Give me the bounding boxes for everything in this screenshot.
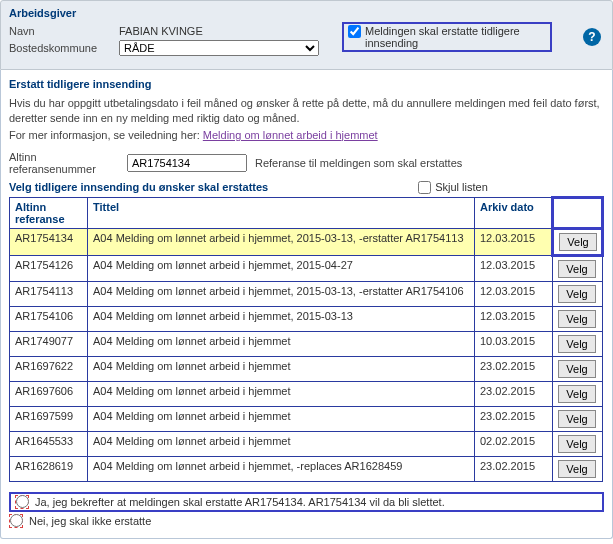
refnr-label: Altinn referansenummer [9, 151, 119, 175]
cell-date: 12.03.2015 [475, 281, 553, 306]
table-row: AR1697606A04 Melding om lønnet arbeid i … [10, 381, 603, 406]
cell-ref: AR1645533 [10, 431, 88, 456]
cell-ref: AR1697622 [10, 356, 88, 381]
cell-action: Velg [553, 255, 603, 281]
cell-ref: AR1754113 [10, 281, 88, 306]
kommune-label: Bostedskommune [9, 42, 119, 54]
table-row: AR1749077A04 Melding om lønnet arbeid i … [10, 331, 603, 356]
replace-checkbox-group: Meldingen skal erstatte tidligere innsen… [342, 22, 552, 52]
confirm-no-radio[interactable] [10, 514, 23, 527]
cell-title: A04 Melding om lønnet arbeid i hjemmet, … [88, 306, 475, 331]
cell-date: 23.02.2015 [475, 456, 553, 481]
table-row: AR1697599A04 Melding om lønnet arbeid i … [10, 406, 603, 431]
cell-action: Velg [553, 456, 603, 481]
cell-ref: AR1754126 [10, 255, 88, 281]
replace-checkbox[interactable] [348, 25, 361, 38]
col-title-header: Tittel [88, 197, 475, 228]
confirm-no-label: Nei, jeg skal ikke erstatte [29, 515, 151, 527]
velg-button[interactable]: Velg [558, 335, 596, 353]
velg-button[interactable]: Velg [558, 360, 596, 378]
table-row: AR1697622A04 Melding om lønnet arbeid i … [10, 356, 603, 381]
cell-date: 10.03.2015 [475, 331, 553, 356]
cell-ref: AR1697599 [10, 406, 88, 431]
velg-button[interactable]: Velg [558, 460, 596, 478]
cell-title: A04 Melding om lønnet arbeid i hjemmet [88, 406, 475, 431]
cell-action: Velg [553, 228, 603, 255]
refnr-input[interactable] [127, 154, 247, 172]
listheader-title: Velg tidligere innsending du ønsker skal… [9, 181, 268, 193]
cell-title: A04 Melding om lønnet arbeid i hjemmet, … [88, 228, 475, 255]
cell-title: A04 Melding om lønnet arbeid i hjemmet [88, 331, 475, 356]
velg-button[interactable]: Velg [558, 260, 596, 278]
col-date-header: Arkiv dato [475, 197, 553, 228]
cell-ref: AR1628619 [10, 456, 88, 481]
cell-date: 02.02.2015 [475, 431, 553, 456]
replace-checkbox-label: Meldingen skal erstatte tidligere innsen… [365, 25, 544, 49]
confirm-yes-row: Ja, jeg bekrefter at meldingen skal erst… [9, 492, 604, 512]
table-row: AR1754134A04 Melding om lønnet arbeid i … [10, 228, 603, 255]
velg-button[interactable]: Velg [558, 435, 596, 453]
erstatt-text-2: For mer informasjon, se veiledning her: … [9, 128, 604, 143]
arbeidsgiver-heading: Arbeidsgiver [9, 7, 604, 19]
cell-date: 23.02.2015 [475, 356, 553, 381]
confirm-yes-radio[interactable] [16, 495, 29, 508]
table-row: AR1754106A04 Melding om lønnet arbeid i … [10, 306, 603, 331]
cell-action: Velg [553, 281, 603, 306]
cell-date: 23.02.2015 [475, 381, 553, 406]
cell-ref: AR1754106 [10, 306, 88, 331]
cell-title: A04 Melding om lønnet arbeid i hjemmet [88, 431, 475, 456]
cell-date: 12.03.2015 [475, 255, 553, 281]
cell-action: Velg [553, 331, 603, 356]
cell-ref: AR1697606 [10, 381, 88, 406]
erstatt-text-2-prefix: For mer informasjon, se veiledning her: [9, 129, 203, 141]
cell-action: Velg [553, 306, 603, 331]
col-action-header [553, 197, 603, 228]
cell-action: Velg [553, 381, 603, 406]
cell-action: Velg [553, 406, 603, 431]
cell-action: Velg [553, 356, 603, 381]
confirm-yes-label: Ja, jeg bekrefter at meldingen skal erst… [35, 496, 445, 508]
cell-action: Velg [553, 431, 603, 456]
cell-date: 12.03.2015 [475, 228, 553, 255]
table-row: AR1628619A04 Melding om lønnet arbeid i … [10, 456, 603, 481]
cell-ref: AR1749077 [10, 331, 88, 356]
help-icon[interactable]: ? [583, 28, 601, 46]
cell-title: A04 Melding om lønnet arbeid i hjemmet [88, 356, 475, 381]
cell-title: A04 Melding om lønnet arbeid i hjemmet, … [88, 456, 475, 481]
table-row: AR1645533A04 Melding om lønnet arbeid i … [10, 431, 603, 456]
velg-button[interactable]: Velg [559, 233, 597, 251]
navn-label: Navn [9, 25, 119, 37]
cell-title: A04 Melding om lønnet arbeid i hjemmet, … [88, 281, 475, 306]
velg-button[interactable]: Velg [558, 410, 596, 428]
table-row: AR1754113A04 Melding om lønnet arbeid i … [10, 281, 603, 306]
veiledning-link[interactable]: Melding om lønnet arbeid i hjemmet [203, 129, 378, 141]
velg-button[interactable]: Velg [558, 385, 596, 403]
col-ref-header: Altinn referanse [10, 197, 88, 228]
kommune-select[interactable]: RÅDE [119, 40, 319, 56]
confirm-no-row: Nei, jeg skal ikke erstatte [9, 512, 604, 530]
erstatt-heading: Erstatt tidligere innsending [9, 78, 604, 90]
refnr-hint: Referanse til meldingen som skal erstatt… [255, 157, 462, 169]
erstatt-text-1: Hvis du har oppgitt utbetalingsdato i fe… [9, 96, 604, 126]
velg-button[interactable]: Velg [558, 285, 596, 303]
cell-title: A04 Melding om lønnet arbeid i hjemmet, … [88, 255, 475, 281]
velg-button[interactable]: Velg [558, 310, 596, 328]
skjul-checkbox[interactable] [418, 181, 431, 194]
skjul-label: Skjul listen [435, 181, 488, 193]
cell-title: A04 Melding om lønnet arbeid i hjemmet [88, 381, 475, 406]
table-row: AR1754126A04 Melding om lønnet arbeid i … [10, 255, 603, 281]
innsending-table: Altinn referanse Tittel Arkiv dato AR175… [9, 196, 604, 482]
cell-date: 23.02.2015 [475, 406, 553, 431]
cell-date: 12.03.2015 [475, 306, 553, 331]
cell-ref: AR1754134 [10, 228, 88, 255]
navn-value: FABIAN KVINGE [119, 25, 203, 37]
